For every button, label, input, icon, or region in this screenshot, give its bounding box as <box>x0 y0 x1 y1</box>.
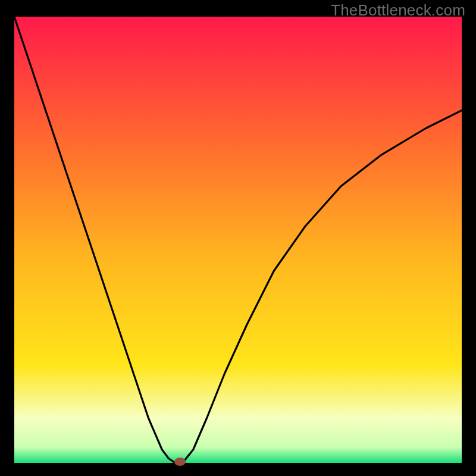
optimal-point-marker <box>174 458 186 466</box>
watermark-text: TheBottleneck.com <box>331 1 465 20</box>
chart-container: TheBottleneck.com <box>0 0 476 476</box>
plot-svg <box>14 17 462 463</box>
gradient-background <box>14 17 462 463</box>
plot-frame <box>14 17 462 463</box>
